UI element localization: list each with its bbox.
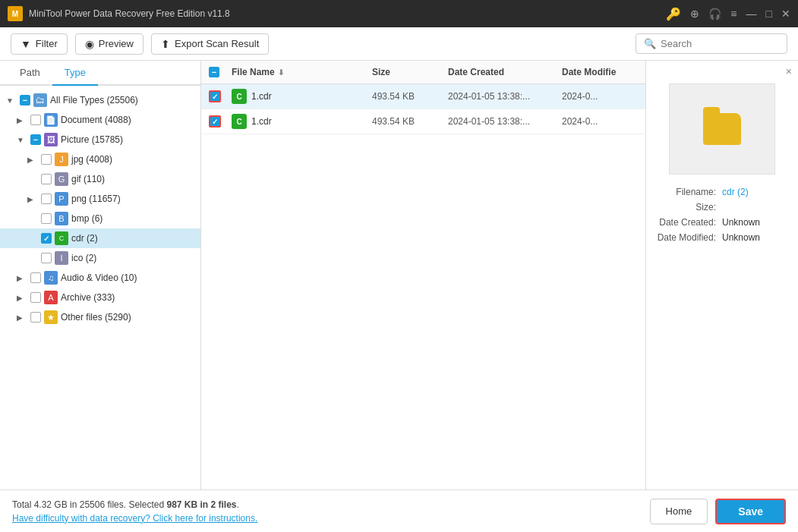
tree-icon-bmp: B [55, 212, 68, 225]
row-created-2: 2024-01-05 13:38:... [448, 116, 562, 127]
tree-arrow-jpg [27, 156, 38, 164]
headphone-icon[interactable]: 🎧 [708, 8, 721, 20]
tree-icon-ico: I [55, 251, 68, 265]
tree-label-other: Other files (5290) [61, 312, 131, 323]
status-total: Total 4.32 GB in 25506 files. Selected [12, 499, 166, 510]
filter-button[interactable]: ▼ Filter [11, 33, 68, 55]
row-filename-2: 1.cdr [251, 116, 272, 127]
sort-arrow-icon[interactable]: ⬇ [278, 68, 284, 77]
tree-icon-all: 🗂 [33, 93, 47, 107]
tree-label-all: All File Types (25506) [50, 95, 138, 105]
row-size-2: 493.54 KB [372, 116, 448, 127]
export-icon: ⬆ [161, 38, 170, 50]
tree-checkbox-audio[interactable] [30, 272, 41, 283]
tree-item-bmp[interactable]: B bmp (6) [0, 209, 200, 228]
tree-checkbox-archive[interactable] [30, 292, 41, 303]
file-list: C 1.cdr 493.54 KB 2024-01-05 13:38:... 2… [201, 84, 645, 490]
tree-checkbox-png[interactable] [41, 194, 52, 204]
status-help-link[interactable]: Have difficulty with data recovery? Clic… [12, 513, 257, 524]
title-bar-left: M MiniTool Power Data Recovery Free Edit… [8, 6, 230, 21]
header-created: Date Created [448, 67, 562, 77]
tab-type[interactable]: Type [52, 61, 98, 86]
tree-item-audio[interactable]: ♫ Audio & Video (10) [0, 268, 200, 288]
tree-item-document[interactable]: 📄 Document (4088) [0, 110, 200, 130]
menu-icon[interactable]: ≡ [730, 8, 736, 20]
tree-checkbox-gif[interactable] [41, 174, 52, 184]
tree-checkbox-cdr[interactable] [41, 233, 52, 244]
tree-item-ico[interactable]: I ico (2) [0, 248, 200, 268]
tree-label-bmp: bmp (6) [71, 213, 103, 224]
tree-item-picture[interactable]: 🖼 Picture (15785) [0, 130, 200, 150]
preview-button[interactable]: ◉ Preview [75, 33, 144, 55]
tab-bar: Path Type [0, 61, 200, 86]
table-row[interactable]: C 1.cdr 493.54 KB 2024-01-05 13:38:... 2… [201, 84, 645, 109]
tree-icon-picture: 🖼 [44, 133, 58, 146]
toolbar: ▼ Filter ◉ Preview ⬆ Export Scan Result … [0, 27, 798, 61]
preview-panel: × Filename: cdr (2) Size: Date Created: … [646, 61, 798, 490]
header-check [209, 67, 232, 77]
meta-row-modified: Date Modified: Unknown [654, 232, 790, 243]
maximize-button[interactable]: □ [766, 8, 772, 20]
meta-row-created: Date Created: Unknown [654, 217, 790, 228]
meta-label-filename: Filename: [654, 187, 722, 197]
preview-meta: Filename: cdr (2) Size: Date Created: Un… [654, 187, 790, 247]
tree-checkbox-document[interactable] [30, 115, 41, 125]
row-checkbox-1[interactable] [209, 90, 221, 102]
file-icon-cdr-2: C [232, 114, 247, 129]
row-size-1: 493.54 KB [372, 91, 448, 102]
row-name-1: C 1.cdr [232, 89, 372, 104]
tree-icon-png: P [55, 192, 68, 206]
title-bar: M MiniTool Power Data Recovery Free Edit… [0, 0, 798, 27]
close-button[interactable]: ✕ [781, 8, 790, 20]
app-logo: M [8, 6, 23, 21]
tree-checkbox-picture[interactable] [30, 134, 41, 145]
header-filename: File Name ⬇ [232, 67, 372, 77]
tree-item-cdr[interactable]: C cdr (2) [0, 228, 200, 248]
row-modified-1: 2024-0... [562, 91, 638, 102]
row-modified-2: 2024-0... [562, 116, 638, 127]
tree-label-png: png (11657) [71, 194, 121, 204]
minimize-button[interactable]: — [746, 8, 757, 20]
export-button[interactable]: ⬆ Export Scan Result [151, 33, 269, 55]
tree-item-all[interactable]: 🗂 All File Types (25506) [0, 90, 200, 110]
search-icon: 🔍 [644, 38, 656, 49]
file-tree: 🗂 All File Types (25506) 📄 Document (408… [0, 86, 200, 332]
tree-label-gif: gif (110) [71, 174, 105, 184]
tree-icon-document: 📄 [44, 113, 58, 127]
table-row[interactable]: C 1.cdr 493.54 KB 2024-01-05 13:38:... 2… [201, 109, 645, 134]
row-name-2: C 1.cdr [232, 114, 372, 129]
tree-item-png[interactable]: P png (11657) [0, 189, 200, 209]
tree-checkbox-other[interactable] [30, 312, 41, 323]
search-input[interactable] [661, 38, 774, 49]
tree-icon-archive: A [44, 291, 58, 304]
status-bar: Total 4.32 GB in 25506 files. Selected 9… [0, 490, 798, 532]
tree-checkbox-jpg[interactable] [41, 154, 52, 165]
home-button[interactable]: Home [650, 499, 708, 524]
tree-label-jpg: jpg (4008) [71, 154, 112, 165]
key-icon[interactable]: 🔑 [666, 7, 681, 21]
tree-label-picture: Picture (15785) [61, 134, 123, 145]
row-check-2 [209, 115, 232, 127]
tree-checkbox-bmp[interactable] [41, 213, 52, 224]
tree-checkbox-ico[interactable] [41, 253, 52, 263]
tree-label-archive: Archive (333) [61, 292, 115, 303]
tree-checkbox-all[interactable] [20, 95, 30, 105]
row-filename-1: 1.cdr [251, 91, 272, 102]
info-icon[interactable]: ⊕ [690, 8, 699, 20]
main-area: Path Type 🗂 All File Types (25506) 📄 Doc… [0, 61, 798, 490]
header-checkbox[interactable] [209, 67, 219, 77]
tab-path[interactable]: Path [8, 61, 52, 86]
tree-item-other[interactable]: ★ Other files (5290) [0, 307, 200, 327]
row-checkbox-2[interactable] [209, 115, 221, 127]
filter-label: Filter [36, 38, 58, 49]
tree-item-gif[interactable]: G gif (110) [0, 169, 200, 189]
preview-close-button[interactable]: × [786, 65, 792, 77]
save-button[interactable]: Save [715, 499, 786, 524]
tree-item-archive[interactable]: A Archive (333) [0, 288, 200, 307]
tree-arrow-all [6, 96, 17, 105]
search-box[interactable]: 🔍 [636, 33, 787, 54]
tree-label-ico: ico (2) [71, 253, 96, 263]
tree-item-jpg[interactable]: J jpg (4008) [0, 150, 200, 169]
status-right: Home Save [650, 499, 786, 524]
meta-label-created: Date Created: [654, 217, 722, 228]
